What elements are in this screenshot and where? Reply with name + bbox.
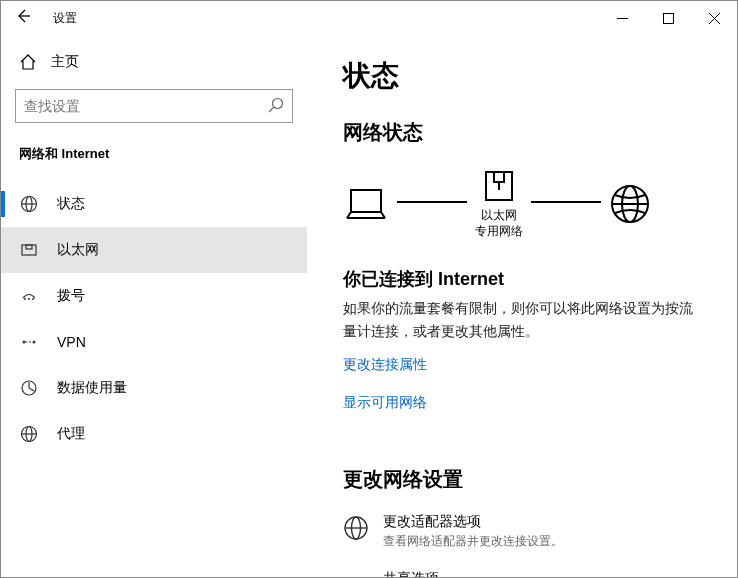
svg-rect-10 [22,245,36,255]
sidebar-item-label: 数据使用量 [57,379,127,397]
vpn-icon [19,333,39,351]
sidebar-item-label: 状态 [57,195,85,213]
laptop-node [343,184,389,224]
sidebar-item-proxy[interactable]: 代理 [1,411,307,457]
sidebar-item-label: 以太网 [57,241,99,259]
connected-description: 如果你的流量套餐有限制，则你可以将此网络设置为按流量计连接，或者更改其他属性。 [343,297,701,342]
diagram-ethernet-label: 以太网 专用网络 [475,208,523,239]
minimize-button[interactable] [599,1,645,35]
connected-title: 你已连接到 Internet [343,267,701,291]
sidebar-item-vpn[interactable]: VPN [1,319,307,365]
search-icon [268,97,284,116]
network-status-title: 网络状态 [343,119,701,146]
router-icon [482,168,516,204]
content: 主页 网络和 Internet 状态 以太网 拨号 [1,35,737,577]
svg-rect-11 [26,245,32,249]
page-title: 状态 [343,57,701,95]
svg-rect-2 [663,13,673,23]
maximize-button[interactable] [645,1,691,35]
laptop-icon [343,184,389,224]
search-input-wrapper[interactable] [15,89,293,123]
option-title: 更改适配器选项 [383,513,563,531]
home-label: 主页 [51,53,79,71]
back-button[interactable] [15,8,31,28]
show-available-networks-link[interactable]: 显示可用网络 [343,394,427,412]
home-button[interactable]: 主页 [1,43,307,81]
diagram-line [397,201,467,203]
window-controls [599,1,737,35]
titlebar: 设置 [1,1,737,35]
svg-point-12 [24,298,26,300]
svg-point-15 [23,341,26,344]
home-icon [19,53,37,71]
sharing-icon [343,570,369,577]
datausage-icon [19,379,39,397]
svg-line-6 [269,107,274,112]
option-adapter[interactable]: 更改适配器选项 查看网络适配器并更改连接设置。 [343,513,701,550]
dialup-icon [19,287,39,305]
option-text: 更改适配器选项 查看网络适配器并更改连接设置。 [383,513,563,550]
network-diagram: 以太网 专用网络 [343,168,701,239]
change-network-settings-title: 更改网络设置 [343,466,701,493]
sidebar-item-datausage[interactable]: 数据使用量 [1,365,307,411]
proxy-icon [19,425,39,443]
svg-point-5 [273,98,283,108]
titlebar-left: 设置 [15,8,77,28]
sidebar-item-status[interactable]: 状态 [1,181,307,227]
globe-node [609,183,651,225]
category-label: 网络和 Internet [1,135,307,181]
sidebar-item-label: VPN [57,334,86,350]
close-button[interactable] [691,1,737,35]
sidebar-item-dialup[interactable]: 拨号 [1,273,307,319]
option-sharing[interactable]: 共享选项 [343,570,701,577]
sidebar: 主页 网络和 Internet 状态 以太网 拨号 [1,35,307,577]
option-text: 共享选项 [383,570,439,577]
ethernet-icon [19,241,39,259]
sidebar-item-label: 拨号 [57,287,85,305]
option-title: 共享选项 [383,570,439,577]
search-input[interactable] [24,98,268,114]
svg-point-14 [32,298,34,300]
option-desc: 查看网络适配器并更改连接设置。 [383,533,563,550]
sidebar-item-label: 代理 [57,425,85,443]
main-panel: 状态 网络状态 以太网 专用网络 [307,35,737,577]
adapter-icon [343,513,369,544]
sidebar-item-ethernet[interactable]: 以太网 [1,227,307,273]
svg-rect-24 [494,172,504,182]
svg-point-16 [33,341,36,344]
svg-rect-22 [351,190,381,212]
change-connection-properties-link[interactable]: 更改连接属性 [343,356,427,374]
status-icon [19,195,39,213]
app-title: 设置 [53,10,77,27]
globe-icon [609,183,651,225]
diagram-line [531,201,601,203]
svg-point-13 [28,298,30,300]
router-node: 以太网 专用网络 [475,168,523,239]
